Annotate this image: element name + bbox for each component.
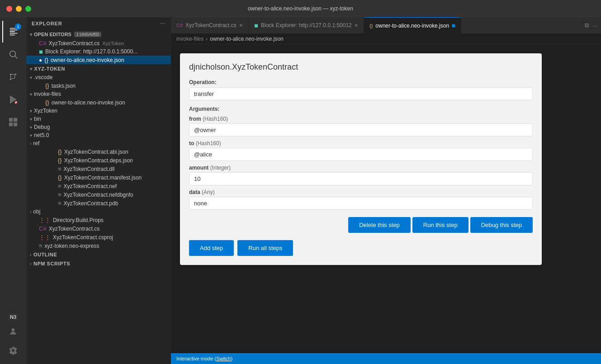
json-icon: {} [44,57,48,63]
vscode-folder[interactable]: ▾ .vscode [26,73,171,81]
arg-amount-label: amount (Integer) [189,165,533,171]
ref-folder[interactable]: › ref [26,139,171,147]
tasks-json[interactable]: {} tasks.json [26,81,171,90]
arg-from-label: from (Hash160) [189,116,533,122]
nef-icon: ≡ [58,183,62,189]
split-editor-icon[interactable]: ⧉ [585,22,589,29]
open-editors-label: OPEN EDITORS [34,32,71,37]
nef-file[interactable]: ≡ XyzTokenContract.nef [26,182,171,190]
args-section: Arguments: from (Hash160) @owner to [189,106,533,210]
tab-json-label: owner-to-alice.neo-invoke.json [375,23,449,29]
window-controls[interactable] [6,6,31,12]
xyz-token-header[interactable]: ▾ XYZ-TOKEN [26,64,171,73]
activity-icon-extensions[interactable] [2,111,24,133]
tasks-label: tasks.json [52,83,76,89]
nefdbgnfo-file[interactable]: ≡ XyzTokenContract.nefdbgnfo [26,190,171,199]
xyz-token-chevron: ▾ [30,66,33,71]
switch-link[interactable]: Switch [216,356,231,361]
deps-json[interactable]: {} XyzTokenContract.deps.json [26,156,171,165]
contract-cs-label: XyzTokenContract.cs [49,226,100,232]
operation-value: transfer [189,87,533,100]
abi-icon: {} [58,148,62,155]
run-all-button[interactable]: Run all steps [237,240,293,256]
bin-folder[interactable]: ▾ bin [26,115,171,123]
bin-label: bin [34,116,41,122]
xyz-token-label: XYZ-TOKEN [34,66,65,71]
run-step-button[interactable]: Run this step [412,217,468,233]
activity-icon-run[interactable] [2,89,24,110]
tab-modified-indicator [452,24,455,28]
maximize-button[interactable] [25,6,31,12]
invoke-chevron: ▾ [30,92,32,97]
tab-spacer [461,17,581,33]
block-icon: ◼ [39,49,43,55]
interactive-bar: Interactive mode ( Switch ) [171,353,601,364]
manifest-json[interactable]: {} XyzTokenContract.manifest.json [26,173,171,182]
tab-cs[interactable]: C# XyzTokenContract.cs × [171,17,249,33]
debug-step-button[interactable]: Debug this step [470,217,533,233]
dir-label: Directory.Build.Props [53,217,104,223]
activity-icon-source-control[interactable] [2,66,24,88]
minimize-button[interactable] [16,6,22,12]
close-button[interactable] [6,6,12,12]
net50-chevron: ▾ [30,133,32,138]
tab-block-close[interactable]: × [355,22,358,29]
open-editor-json[interactable]: ● {} owner-to-alice.neo-invoke.json [26,56,171,64]
nef-label: XyzTokenContract.nef [64,183,117,189]
vscode-folder-label: .vscode [34,74,52,80]
debug-folder[interactable]: ▾ Debug [26,123,171,131]
tab-block[interactable]: ◼ Block Explorer: http://127.0.0.1:50012… [249,17,364,33]
pdb-file[interactable]: ≡ XyzTokenContract.pdb [26,199,171,208]
arg-to-name: to [189,140,194,147]
arg-data: data (Any) none [189,189,533,210]
activity-icon-search[interactable] [2,43,24,65]
arg-data-value: none [189,197,533,210]
svg-rect-9 [14,118,17,122]
interactive-mode-end: ) [231,356,232,361]
invoke-files-folder[interactable]: ▾ invoke-files [26,90,171,98]
open-editor-cs[interactable]: C# XyzTokenContract.cs XyzToken [26,39,171,47]
contract-cs[interactable]: C# XyzTokenContract.cs [26,224,171,233]
csproj-file[interactable]: ⋮⋮ XyzTokenContract.csproj [26,233,171,241]
activity-icon-account[interactable] [4,322,22,340]
breadcrumb-part-1[interactable]: invoke-files [176,36,203,42]
invoke-json-sidebar[interactable]: {} owner-to-alice.neo-invoke.json [26,98,171,107]
arg-from: from (Hash160) @owner [189,116,533,137]
activity-bar: 1 N3 [0,17,26,364]
abi-json[interactable]: {} XyzTokenContract.abi.json [26,147,171,156]
more-actions-icon[interactable]: ··· [592,22,597,29]
xyz-token-section: ▾ XYZ-TOKEN ▾ .vscode {} tasks.json ▾ in… [26,64,171,250]
net50-folder[interactable]: ▾ net5.0 [26,131,171,139]
tab-cs-close[interactable]: × [239,22,243,29]
dll-file[interactable]: ≡ XyzTokenContract.dll [26,165,171,173]
breadcrumb: invoke-files › owner-to-alice.neo-invoke… [171,33,601,44]
activity-icon-explorer[interactable]: 1 [2,21,24,43]
debug-chevron: ▾ [30,125,32,130]
breadcrumb-part-2[interactable]: owner-to-alice.neo-invoke.json [210,36,284,42]
open-editor-block-label: Block Explorer: http://127.0.0.1:5000... [45,48,137,55]
bottom-buttons: Add step Run all steps [189,240,533,256]
obj-folder[interactable]: › obj [26,208,171,216]
tab-block-label: Block Explorer: http://127.0.0.1:50012 [261,22,352,28]
tab-actions[interactable]: ⧉ ··· [581,17,601,33]
dir-build-props[interactable]: ⋮⋮ Directory.Build.Props [26,216,171,224]
tab-block-icon: ◼ [254,23,258,28]
outline-label: OUTLINE [33,252,57,257]
n3-badge[interactable]: N3 [8,313,18,321]
nefdbg-icon: ≡ [58,191,62,198]
invoke-icon: {} [45,99,49,106]
tab-json[interactable]: {} owner-to-alice.neo-invoke.json [364,17,461,33]
sidebar-header-actions[interactable]: ··· [160,21,166,26]
unsaved-badge: 1 UNSAVED [74,32,101,37]
add-step-button[interactable]: Add step [189,240,234,256]
activity-icon-settings[interactable] [4,341,22,359]
outline-header[interactable]: › OUTLINE [26,250,171,259]
deps-label: XyzTokenContract.deps.json [64,157,133,164]
open-editors-toggle[interactable]: ▾ OPEN EDITORS 1 UNSAVED [26,30,171,39]
npm-header[interactable]: › NPM SCRIPTS [26,259,171,268]
window-title: owner-to-alice.neo-invoke.json — xyz-tok… [248,5,353,12]
delete-step-button[interactable]: Delete this step [348,217,411,233]
neo-express-file[interactable]: ≡ xyz-token.neo-express [26,241,171,250]
xyztoken-folder[interactable]: ▾ XyzToken [26,107,171,115]
open-editor-block[interactable]: ◼ Block Explorer: http://127.0.0.1:5000.… [26,47,171,56]
